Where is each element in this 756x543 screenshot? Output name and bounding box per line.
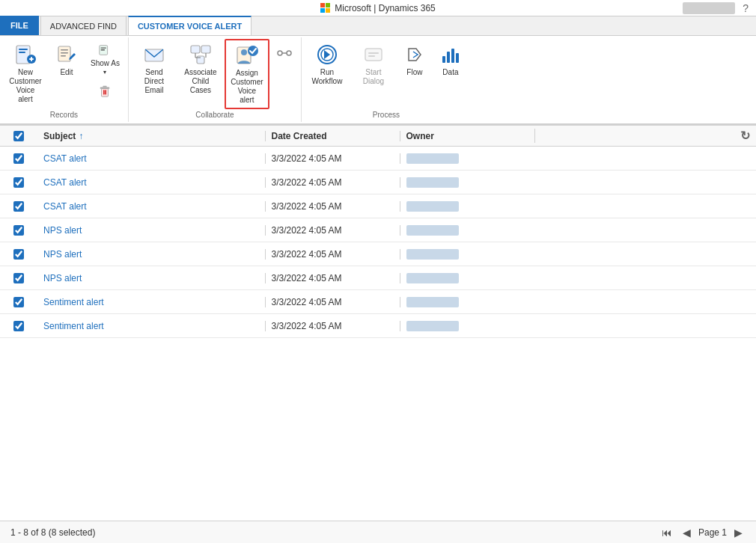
prev-page-button[interactable]: ◀ bbox=[680, 525, 694, 540]
svg-rect-37 bbox=[447, 52, 450, 63]
tab-file[interactable]: FILE bbox=[0, 16, 39, 35]
start-dialog-label: Start Dialog bbox=[356, 68, 391, 86]
header-checkbox-col[interactable] bbox=[0, 131, 37, 141]
row-checkbox-col[interactable] bbox=[0, 201, 37, 212]
row-owner-col bbox=[400, 297, 534, 307]
first-page-button[interactable]: ⏮ bbox=[659, 525, 675, 540]
svg-rect-6 bbox=[58, 46, 70, 61]
edit-label: Edit bbox=[60, 68, 73, 77]
assign-customer-voice-alert-button[interactable]: Assign Customer Voice alert bbox=[225, 39, 269, 109]
associate-icon bbox=[189, 43, 213, 67]
select-all-checkbox[interactable] bbox=[13, 131, 24, 141]
show-as-button[interactable]: Show As ▾ bbox=[85, 39, 125, 79]
flow-button[interactable]: Flow bbox=[397, 39, 432, 81]
svg-rect-15 bbox=[103, 86, 107, 88]
connect-button[interactable] bbox=[271, 43, 298, 63]
run-workflow-button[interactable]: Run Workflow bbox=[305, 39, 350, 90]
run-workflow-label: Run Workflow bbox=[310, 68, 344, 86]
pagination: ⏮ ◀ Page 1 ▶ bbox=[659, 525, 746, 540]
svg-rect-36 bbox=[442, 56, 445, 63]
row-checkbox[interactable] bbox=[13, 321, 24, 331]
workflow-icon bbox=[315, 43, 339, 67]
row-checkbox[interactable] bbox=[13, 297, 24, 307]
row-checkbox-col[interactable] bbox=[0, 297, 37, 307]
row-checkbox-col[interactable] bbox=[0, 321, 37, 331]
table-row: Sentiment alert 3/3/2022 4:05 AM bbox=[0, 290, 756, 314]
subject-link[interactable]: CSAT alert bbox=[43, 177, 87, 188]
svg-rect-11 bbox=[101, 47, 106, 48]
row-date-col: 3/3/2022 4:05 AM bbox=[265, 249, 400, 260]
owner-placeholder bbox=[406, 273, 459, 283]
subject-link[interactable]: CSAT alert bbox=[43, 201, 87, 212]
new-customer-voice-alert-button[interactable]: New Customer Voice alert bbox=[3, 39, 48, 108]
row-subject-col: NPS alert bbox=[37, 249, 265, 260]
svg-rect-9 bbox=[61, 55, 66, 57]
table-row: CSAT alert 3/3/2022 4:05 AM bbox=[0, 171, 756, 194]
svg-rect-5 bbox=[31, 57, 32, 61]
edit-button[interactable]: Edit bbox=[49, 39, 84, 81]
delete-icon bbox=[97, 84, 112, 99]
svg-point-29 bbox=[287, 51, 291, 55]
svg-rect-34 bbox=[368, 52, 379, 54]
row-owner-col bbox=[400, 321, 534, 331]
user-avatar bbox=[683, 2, 735, 14]
row-checkbox-col[interactable] bbox=[0, 225, 37, 236]
send-direct-email-button[interactable]: Send Direct Email bbox=[132, 39, 177, 99]
row-checkbox[interactable] bbox=[13, 201, 24, 212]
row-checkbox[interactable] bbox=[13, 177, 24, 188]
subject-link[interactable]: Sentiment alert bbox=[43, 321, 104, 331]
count-text: 1 - 8 of 8 (8 selected) bbox=[10, 527, 95, 538]
row-date-col: 3/3/2022 4:05 AM bbox=[265, 225, 400, 236]
ribbon: New Customer Voice alert Edit bbox=[0, 36, 756, 124]
sort-arrow[interactable]: ↑ bbox=[79, 131, 83, 141]
owner-placeholder bbox=[406, 249, 459, 260]
row-checkbox-col[interactable] bbox=[0, 273, 37, 283]
svg-rect-19 bbox=[191, 46, 200, 53]
subject-header-label: Subject bbox=[43, 131, 76, 141]
owner-placeholder bbox=[406, 153, 459, 164]
row-date-col: 3/3/2022 4:05 AM bbox=[265, 153, 400, 164]
tab-advanced-find[interactable]: ADVANCED FIND bbox=[40, 16, 126, 35]
data-label: Data bbox=[442, 68, 458, 77]
svg-rect-38 bbox=[451, 49, 454, 63]
start-dialog-button[interactable]: Start Dialog bbox=[351, 39, 396, 90]
row-checkbox[interactable] bbox=[13, 249, 24, 260]
refresh-icon[interactable]: ↻ bbox=[740, 129, 750, 143]
row-checkbox-col[interactable] bbox=[0, 153, 37, 164]
data-button[interactable]: Data bbox=[433, 39, 468, 81]
svg-rect-16 bbox=[104, 90, 105, 94]
row-checkbox-col[interactable] bbox=[0, 177, 37, 188]
next-page-button[interactable]: ▶ bbox=[731, 525, 746, 540]
row-owner-col bbox=[400, 201, 534, 212]
tab-customer-voice-alert[interactable]: CUSTOMER VOICE ALERT bbox=[128, 16, 252, 35]
svg-point-28 bbox=[278, 51, 282, 55]
row-owner-col bbox=[400, 177, 534, 188]
owner-placeholder bbox=[406, 297, 459, 307]
table-row: NPS alert 3/3/2022 4:05 AM bbox=[0, 266, 756, 290]
microsoft-logo: Microsoft | Dynamics 365 bbox=[320, 3, 436, 13]
svg-rect-33 bbox=[365, 49, 382, 61]
row-subject-col: CSAT alert bbox=[37, 201, 265, 212]
row-checkbox[interactable] bbox=[13, 273, 24, 283]
svg-rect-12 bbox=[101, 49, 105, 50]
associate-child-cases-button[interactable]: Associate Child Cases bbox=[178, 39, 223, 99]
row-subject-col: CSAT alert bbox=[37, 153, 265, 164]
row-checkbox-col[interactable] bbox=[0, 249, 37, 260]
subject-link[interactable]: NPS alert bbox=[43, 273, 82, 283]
delete-button[interactable] bbox=[85, 80, 125, 102]
row-checkbox[interactable] bbox=[13, 225, 24, 236]
subject-link[interactable]: Sentiment alert bbox=[43, 297, 104, 307]
help-icon[interactable]: ? bbox=[743, 2, 749, 14]
row-checkbox[interactable] bbox=[13, 153, 24, 164]
assign-icon bbox=[235, 43, 259, 67]
row-subject-col: NPS alert bbox=[37, 273, 265, 283]
table-row: NPS alert 3/3/2022 4:05 AM bbox=[0, 218, 756, 242]
owner-placeholder bbox=[406, 201, 459, 212]
table-row: Sentiment alert 3/3/2022 4:05 AM bbox=[0, 314, 756, 338]
row-date-col: 3/3/2022 4:05 AM bbox=[265, 201, 400, 212]
subject-link[interactable]: CSAT alert bbox=[43, 153, 87, 164]
subject-link[interactable]: NPS alert bbox=[43, 225, 82, 236]
top-bar: Microsoft | Dynamics 365 ? bbox=[0, 0, 756, 16]
flow-label: Flow bbox=[406, 68, 422, 77]
subject-link[interactable]: NPS alert bbox=[43, 249, 82, 260]
